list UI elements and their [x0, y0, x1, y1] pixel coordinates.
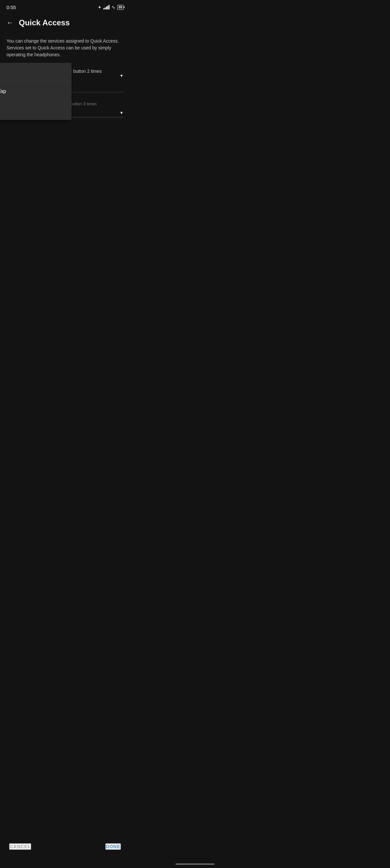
dropdown-item-endel[interactable]: Endel — [0, 63, 71, 82]
button-info-1: Press the [NC/AMB] button 2 times Endel … — [31, 66, 124, 76]
page-title: Quick Access — [19, 18, 70, 27]
dropdown-item-none[interactable]: None — [0, 101, 71, 120]
content-area: Press the [NC/AMB] button 2 times Endel … — [0, 66, 130, 118]
dropdown-menu[interactable]: Endel Spotify Tap None — [0, 63, 71, 120]
status-time: 0:55 — [6, 5, 16, 10]
description-text: You can change the services assigned to … — [0, 32, 130, 66]
button-row-1: Press the [NC/AMB] button 2 times Endel … — [6, 66, 124, 86]
bluetooth-icon: ✦ — [98, 5, 101, 10]
status-bar: 0:55 ✦ ∿ 89 — [0, 0, 130, 13]
dropdown-arrow-1: ▼ — [120, 72, 124, 79]
signal-bars-icon — [103, 5, 109, 9]
header: ← Quick Access — [0, 13, 130, 32]
status-icons: ✦ ∿ 89 — [98, 5, 124, 10]
battery-icon: 89 — [117, 5, 124, 10]
wifi-icon: ∿ — [111, 5, 116, 10]
select-arrow-2: ▼ — [120, 111, 124, 115]
back-button[interactable]: ← — [6, 19, 14, 27]
dropdown-item-spotify[interactable]: Spotify Tap — [0, 82, 71, 101]
